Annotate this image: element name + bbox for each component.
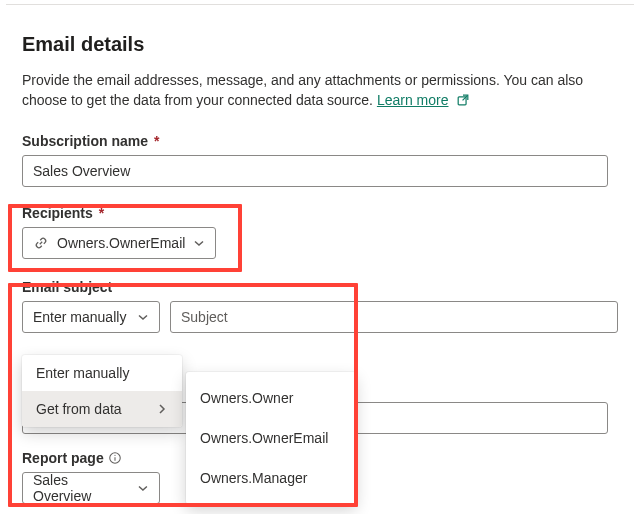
report-page-label: Report page [22,450,160,466]
email-subject-input[interactable] [170,301,618,333]
learn-more-link[interactable]: Learn more [377,92,449,108]
page-description: Provide the email addresses, message, an… [22,70,602,111]
subscription-name-input[interactable] [22,155,608,187]
chevron-down-icon [137,482,149,494]
chevron-down-icon [193,237,205,249]
link-icon [33,235,49,251]
recipients-label: Recipients* [22,205,618,221]
svg-point-2 [114,455,115,456]
data-field-submenu: Owners.Owner Owners.OwnerEmail Owners.Ma… [186,372,356,504]
menu-item-owners-manager[interactable]: Owners.Manager [186,458,356,498]
subscription-name-label: Subscription name* [22,133,618,149]
menu-item-get-from-data[interactable]: Get from data [22,391,182,427]
subject-mode-value: Enter manually [33,309,126,325]
report-page-dropdown[interactable]: Sales Overview [22,472,160,504]
menu-item-owners-owner[interactable]: Owners.Owner [186,378,356,418]
subject-mode-dropdown[interactable]: Enter manually [22,301,160,333]
menu-item-enter-manually[interactable]: Enter manually [22,355,182,391]
recipients-chip[interactable]: Owners.OwnerEmail [22,227,216,259]
page-title: Email details [22,33,618,56]
description-text: Provide the email addresses, message, an… [22,72,583,108]
report-page-value: Sales Overview [33,472,129,504]
info-icon [108,451,122,465]
required-asterisk: * [154,133,159,149]
subject-mode-menu: Enter manually Get from data [22,355,182,427]
chevron-right-icon [156,403,168,415]
email-subject-label: Email subject [22,279,618,295]
external-link-icon [456,92,470,106]
recipients-chip-text: Owners.OwnerEmail [57,235,185,251]
chevron-down-icon [137,311,149,323]
required-asterisk: * [99,205,104,221]
menu-item-owners-owneremail[interactable]: Owners.OwnerEmail [186,418,356,458]
